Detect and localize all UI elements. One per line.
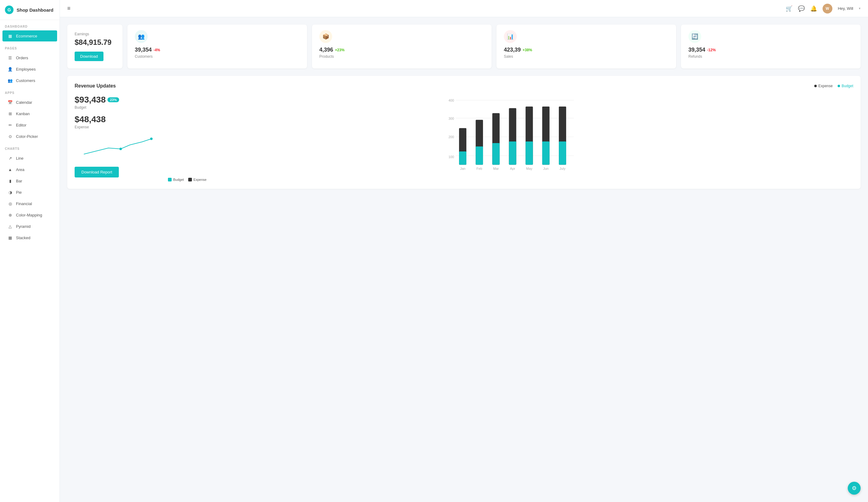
svg-text:200: 200	[448, 135, 454, 139]
expense-text-label: Expense	[75, 125, 161, 129]
financial-icon: ◎	[7, 201, 13, 206]
sidebar-logo-text: Shop Dashboard	[17, 7, 53, 13]
message-icon[interactable]: 💬	[798, 5, 805, 12]
sidebar-item-label-orders: Orders	[16, 55, 28, 60]
svg-rect-13	[476, 146, 483, 165]
sidebar-section-label-charts: CHARTS	[0, 142, 60, 152]
sidebar-item-pie[interactable]: ◑Pie	[2, 187, 57, 198]
bar-chart-svg: 400 300 200 100	[168, 95, 853, 175]
sidebar-item-label-ecommerce: Ecommerce	[16, 34, 37, 38]
user-greeting: Hey, Will	[838, 6, 853, 11]
sales-number-row: 423,39+38%	[504, 47, 532, 53]
pyramid-icon: △	[7, 224, 13, 229]
content-area: Earnings $84,915.79 Download 👥39,354-4%C…	[60, 17, 868, 502]
stat-card-sales: 📊423,39+38%Sales	[496, 24, 676, 69]
refunds-number: 39,354	[689, 47, 705, 53]
sidebar-item-color-mapping[interactable]: ⊛Color-Mapping	[2, 209, 57, 221]
settings-fab[interactable]: ⚙	[848, 482, 861, 495]
download-button[interactable]: Download	[75, 52, 103, 61]
sidebar-item-bar[interactable]: ▮Bar	[2, 175, 57, 186]
svg-text:Apr: Apr	[510, 167, 515, 171]
sidebar-item-orders[interactable]: ☰Orders	[2, 52, 57, 63]
calendar-icon: 📅	[7, 100, 13, 105]
sidebar-item-editor[interactable]: ✏Editor	[2, 120, 57, 131]
sidebar-item-label-customers: Customers	[16, 78, 35, 83]
sidebar-logo: G Shop Dashboard	[0, 0, 60, 20]
line-icon: ↗	[7, 155, 13, 161]
ecommerce-icon: ▦	[7, 33, 13, 39]
area-icon: ▲	[7, 167, 13, 172]
sales-number: 423,39	[504, 47, 521, 53]
sidebar-item-stacked[interactable]: ▦Stacked	[2, 232, 57, 243]
customers-icon-wrap: 👥	[135, 30, 148, 43]
svg-text:400: 400	[448, 99, 454, 102]
customers-number-row: 39,354-4%	[135, 47, 160, 53]
topbar: ≡ 🛒 💬 🔔 W Hey, Will ▾	[60, 0, 868, 17]
stacked-icon: ▦	[7, 235, 13, 240]
hamburger-button[interactable]: ≡	[67, 5, 71, 12]
revenue-section: Revenue Updates Expense Budget $	[67, 76, 861, 189]
cart-icon[interactable]: 🛒	[786, 5, 793, 12]
sales-label: Sales	[504, 54, 513, 59]
sidebar-item-calendar[interactable]: 📅Calendar	[2, 97, 57, 108]
svg-text:May: May	[526, 167, 533, 171]
refunds-change: -12%	[707, 48, 716, 52]
products-number-row: 4,396+23%	[319, 47, 344, 53]
sidebar-item-financial[interactable]: ◎Financial	[2, 198, 57, 209]
sidebar-item-label-line: Line	[16, 156, 24, 161]
refunds-icon-wrap: 🔄	[689, 30, 701, 43]
sidebar-item-label-area: Area	[16, 167, 24, 172]
download-report-button[interactable]: Download Report	[75, 167, 119, 177]
stat-card-customers: 👥39,354-4%Customers	[127, 24, 307, 69]
sidebar-item-ecommerce[interactable]: ▦Ecommerce	[2, 30, 57, 41]
svg-point-0	[120, 148, 122, 150]
svg-text:Jan: Jan	[460, 167, 465, 171]
sidebar-item-label-pie: Pie	[16, 190, 22, 195]
customers-number: 39,354	[135, 47, 152, 53]
revenue-left: $93,438 23% Budget $48,438 Expense	[75, 95, 161, 182]
chart-expense-label: Expense	[194, 178, 207, 182]
budget-label: Budget	[841, 84, 853, 88]
sidebar-item-area[interactable]: ▲Area	[2, 164, 57, 175]
svg-rect-15	[492, 143, 499, 165]
products-change: +23%	[335, 48, 344, 52]
bar-icon: ▮	[7, 178, 13, 184]
main-content: ≡ 🛒 💬 🔔 W Hey, Will ▾ Earnings $84,915.7…	[60, 0, 868, 502]
sidebar-item-customers[interactable]: 👥Customers	[2, 75, 57, 86]
sidebar-item-employees[interactable]: 👤Employees	[2, 63, 57, 75]
color-mapping-icon: ⊛	[7, 212, 13, 218]
svg-rect-21	[542, 142, 550, 165]
revenue-legend: Expense Budget	[814, 84, 853, 88]
sidebar-item-line[interactable]: ↗Line	[2, 153, 57, 164]
sales-icon-wrap: 📊	[504, 30, 517, 43]
sidebar-item-pyramid[interactable]: △Pyramid	[2, 221, 57, 232]
sidebar-item-label-bar: Bar	[16, 179, 22, 183]
pie-icon: ◑	[7, 189, 13, 195]
employees-icon: 👤	[7, 66, 13, 72]
topbar-left: ≡	[67, 5, 71, 12]
legend-expense: Expense	[814, 84, 833, 88]
earnings-value: $84,915.79	[75, 38, 115, 47]
sidebar-item-label-kanban: Kanban	[16, 111, 30, 116]
svg-text:July: July	[559, 167, 566, 171]
sidebar-item-label-color-picker: Color-Picker	[16, 134, 38, 139]
svg-text:Jun: Jun	[543, 167, 548, 171]
revenue-header: Revenue Updates Expense Budget	[75, 83, 853, 89]
sidebar-item-label-employees: Employees	[16, 67, 35, 72]
sidebar-section-label-apps: APPS	[0, 86, 60, 96]
budget-text-label: Budget	[75, 105, 161, 110]
sidebar-item-label-stacked: Stacked	[16, 235, 30, 240]
chart-legend-budget: Budget	[168, 178, 184, 182]
user-dropdown-icon[interactable]: ▾	[859, 7, 861, 10]
kanban-icon: ⊞	[7, 111, 13, 116]
expense-value: $48,438	[75, 114, 161, 124]
topbar-right: 🛒 💬 🔔 W Hey, Will ▾	[786, 4, 861, 13]
line-chart-container	[75, 134, 161, 160]
budget-value: $93,438	[75, 95, 106, 105]
sales-change: +38%	[523, 48, 532, 52]
bell-icon[interactable]: 🔔	[810, 5, 817, 12]
sidebar-item-kanban[interactable]: ⊞Kanban	[2, 108, 57, 119]
revenue-title: Revenue Updates	[75, 83, 116, 89]
sidebar-item-color-picker[interactable]: ⊙Color-Picker	[2, 131, 57, 142]
earnings-label: Earnings	[75, 32, 115, 36]
